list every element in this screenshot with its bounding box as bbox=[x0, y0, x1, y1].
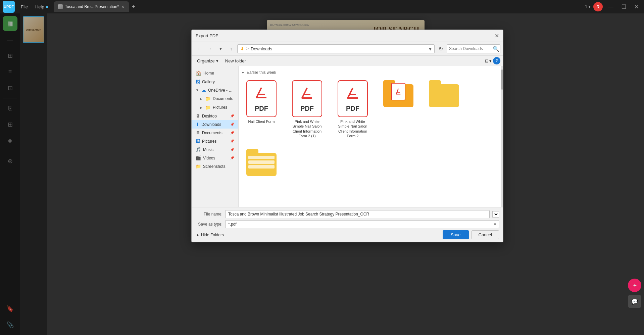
nav-item-home[interactable]: 🏠 Home bbox=[192, 69, 238, 78]
pictures-cloud-expand-icon: ▶ bbox=[200, 106, 202, 109]
menu-file[interactable]: File bbox=[17, 3, 31, 11]
save-button[interactable]: Save bbox=[443, 230, 469, 239]
maximize-btn[interactable]: ❐ bbox=[619, 4, 629, 10]
app-close-btn[interactable]: ✕ bbox=[632, 4, 641, 10]
tab-label: Tosca and Bro…Presentation* bbox=[65, 4, 119, 9]
hide-folders-btn[interactable]: ▲ Hide Folders bbox=[196, 233, 224, 237]
nav-item-documents-cloud[interactable]: ▶ 📁 Documents bbox=[192, 94, 238, 103]
screenshots-icon: 📁 bbox=[196, 164, 201, 169]
search-box: 🔍 bbox=[447, 44, 500, 53]
nav-forward-btn[interactable]: → bbox=[205, 44, 214, 53]
nav-back-btn[interactable]: ← bbox=[194, 44, 204, 53]
active-tab[interactable]: Tosca and Bro…Presentation* × bbox=[54, 1, 129, 12]
nav-item-pictures[interactable]: 🖼 Pictures 📌 bbox=[192, 137, 238, 145]
new-tab-btn[interactable]: + bbox=[129, 3, 138, 10]
page-indicator: 1 ▾ bbox=[585, 4, 591, 9]
toolbar-row: Organize ▾ New folder ⊟ ▾ ? bbox=[192, 56, 503, 66]
dialog-title: Export PDF bbox=[196, 33, 218, 38]
file-name-1: Nail Client Form bbox=[248, 119, 275, 124]
file-item-folder-plain[interactable] bbox=[424, 78, 464, 141]
pdf-icon-3: PDF bbox=[338, 80, 368, 117]
hide-folders-icon: ▲ bbox=[196, 233, 200, 237]
file-item-nail-client[interactable]: PDF Nail Client Form bbox=[241, 78, 282, 141]
cancel-button[interactable]: Cancel bbox=[472, 230, 499, 239]
search-input[interactable] bbox=[449, 46, 493, 51]
nav-item-documents[interactable]: 🖥 Documents 📌 bbox=[192, 129, 238, 137]
nav-item-screenshots[interactable]: 📁 Screenshots bbox=[192, 162, 238, 171]
downloads-icon: ⬇ bbox=[196, 122, 199, 127]
pictures-icon: 🖼 bbox=[196, 139, 200, 144]
file-item-folder-pdf[interactable] bbox=[378, 78, 418, 141]
file-item-folder-docs[interactable] bbox=[241, 146, 282, 181]
right-icon-chat[interactable]: 💬 bbox=[628, 295, 641, 308]
folder-docs-icon bbox=[246, 149, 277, 176]
user-avatar[interactable]: R bbox=[593, 2, 603, 11]
nav-item-downloads[interactable]: ⬇ Downloads 📌 bbox=[192, 120, 238, 129]
pictures-pin-icon: 📌 bbox=[230, 139, 234, 143]
view-btn[interactable]: ⊟ ▾ bbox=[485, 58, 492, 63]
right-icon-updf[interactable]: ✦ bbox=[628, 279, 641, 292]
breadcrumb-separator: > bbox=[246, 46, 249, 51]
filename-dropdown[interactable] bbox=[492, 211, 499, 218]
nav-item-videos[interactable]: 🎬 Videos 📌 bbox=[192, 154, 238, 162]
organize-arrow: ▾ bbox=[216, 58, 218, 63]
export-pdf-dialog: Export PDF ✕ ← → ▾ ↑ ⬇ > Downloads ▾ ↻ 🔍 bbox=[191, 30, 503, 242]
nav-item-pictures-cloud[interactable]: ▶ 📁 Pictures bbox=[192, 103, 238, 112]
app-logo: UPDF bbox=[3, 1, 15, 13]
nav-item-documents-label: Documents bbox=[202, 131, 228, 135]
filetype-label: Save as type: bbox=[196, 222, 222, 227]
filename-label: File name: bbox=[196, 212, 222, 217]
nav-item-pictures-cloud-label: Pictures bbox=[213, 105, 234, 110]
organize-btn[interactable]: Organize ▾ bbox=[194, 57, 221, 64]
folder-plain-icon bbox=[429, 80, 459, 107]
videos-icon: 🎬 bbox=[196, 155, 201, 160]
minimize-btn[interactable]: — bbox=[605, 4, 616, 10]
folder-pdf-icon bbox=[383, 80, 413, 107]
onedrive-expand-icon: ▼ bbox=[196, 88, 199, 92]
filetype-dropdown[interactable]: *.pdf ▾ bbox=[225, 220, 499, 228]
documents-pin-icon: 📌 bbox=[230, 131, 234, 135]
help-btn[interactable]: ? bbox=[493, 57, 500, 64]
navigation-bar: ← → ▾ ↑ ⬇ > Downloads ▾ ↻ 🔍 bbox=[192, 42, 503, 56]
refresh-btn[interactable]: ↻ bbox=[436, 44, 445, 53]
dialog-close-btn[interactable]: ✕ bbox=[495, 33, 499, 39]
filetype-value: *.pdf bbox=[228, 222, 237, 227]
filetype-arrow: ▾ bbox=[494, 222, 496, 227]
view-arrow: ▾ bbox=[489, 58, 492, 63]
dialog-footer: File name: Save as type: *.pdf ▾ ▲ bbox=[192, 207, 503, 242]
desktop-icon: 🖥 bbox=[196, 113, 200, 118]
titlebar: UPDF File Help Tosca and Bro…Presentatio… bbox=[0, 0, 644, 13]
nav-item-gallery[interactable]: 🖼 Gallery bbox=[192, 78, 238, 86]
menu-help[interactable]: Help bbox=[32, 3, 51, 11]
new-folder-btn[interactable]: New folder bbox=[222, 57, 249, 64]
filename-input[interactable] bbox=[225, 210, 490, 218]
section-header-earlier[interactable]: ▼ Earlier this week bbox=[241, 69, 500, 78]
nav-item-music[interactable]: 🎵 Music 📌 bbox=[192, 145, 238, 154]
documents-cloud-folder-icon: 📁 bbox=[205, 96, 211, 101]
menu-bar: File Help bbox=[17, 3, 51, 11]
file-name-2: Pink and White Simple Nail Salon Client … bbox=[290, 119, 325, 138]
footer-buttons: Save Cancel bbox=[443, 230, 499, 239]
file-item-pink-white-2[interactable]: PDF Pink and White Simple Nail Salon Cli… bbox=[333, 78, 373, 141]
onedrive-cloud-icon: ☁ bbox=[202, 88, 206, 93]
organize-label: Organize bbox=[197, 58, 215, 63]
nav-item-desktop-label: Desktop bbox=[202, 114, 228, 118]
dialog-titlebar: Export PDF ✕ bbox=[192, 30, 503, 42]
nav-dropdown-btn[interactable]: ▾ bbox=[216, 44, 225, 53]
nav-item-videos-label: Videos bbox=[203, 156, 228, 160]
pdf-icon-2: PDF bbox=[292, 80, 322, 117]
files-scrollbar[interactable] bbox=[501, 66, 503, 207]
main-area: ▦ — ⊞ ≡ ⊡ ⎘ ⊞ ◈ ⊛ 🔖 📎 JOB SEARCH 1 bbox=[0, 13, 644, 335]
nav-up-btn[interactable]: ↑ bbox=[227, 44, 236, 53]
nav-item-screenshots-label: Screenshots bbox=[203, 164, 234, 169]
videos-pin-icon: 📌 bbox=[230, 156, 234, 160]
nav-item-desktop[interactable]: 🖥 Desktop 📌 bbox=[192, 112, 238, 120]
pdf-icon-1: PDF bbox=[246, 80, 277, 117]
nav-item-onedrive[interactable]: ▼ ☁ OneDrive - Perso bbox=[192, 86, 238, 94]
location-bar[interactable]: ⬇ > Downloads ▾ bbox=[237, 44, 435, 53]
tab-close-btn[interactable]: × bbox=[121, 4, 125, 9]
filetype-row: Save as type: *.pdf ▾ bbox=[196, 220, 499, 228]
location-dropdown-btn[interactable]: ▾ bbox=[429, 46, 432, 52]
file-item-pink-white-1[interactable]: PDF Pink and White Simple Nail Salon Cli… bbox=[287, 78, 327, 141]
search-icon: 🔍 bbox=[493, 46, 499, 52]
